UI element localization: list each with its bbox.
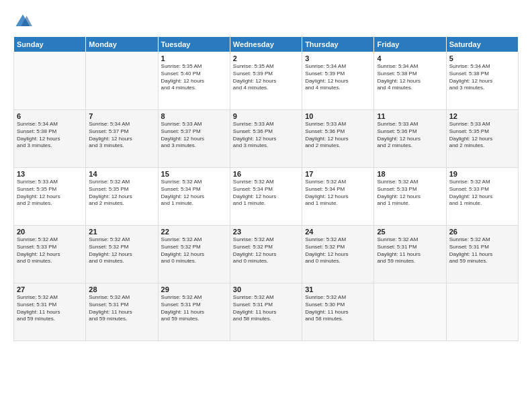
calendar-cell xyxy=(374,283,446,341)
day-number: 12 xyxy=(449,112,515,120)
cell-info: Sunrise: 5:33 AM Sunset: 5:36 PM Dayligh… xyxy=(233,121,299,150)
calendar-cell: 21Sunrise: 5:32 AM Sunset: 5:32 PM Dayli… xyxy=(86,226,158,283)
cell-info: Sunrise: 5:32 AM Sunset: 5:31 PM Dayligh… xyxy=(17,294,83,323)
day-number: 7 xyxy=(89,112,154,120)
day-number: 20 xyxy=(17,228,83,236)
calendar-cell: 28Sunrise: 5:32 AM Sunset: 5:31 PM Dayli… xyxy=(86,283,158,341)
day-number: 25 xyxy=(377,228,443,236)
cell-info: Sunrise: 5:34 AM Sunset: 5:38 PM Dayligh… xyxy=(377,63,443,92)
calendar-cell xyxy=(86,52,158,110)
weekday-header-monday: Monday xyxy=(86,37,158,52)
cell-info: Sunrise: 5:34 AM Sunset: 5:39 PM Dayligh… xyxy=(305,63,371,92)
weekday-header-row: SundayMondayTuesdayWednesdayThursdayFrid… xyxy=(14,37,519,52)
cell-info: Sunrise: 5:32 AM Sunset: 5:31 PM Dayligh… xyxy=(233,294,299,323)
cell-info: Sunrise: 5:32 AM Sunset: 5:34 PM Dayligh… xyxy=(305,179,371,208)
calendar-cell: 10Sunrise: 5:33 AM Sunset: 5:36 PM Dayli… xyxy=(302,110,374,168)
calendar-cell: 16Sunrise: 5:32 AM Sunset: 5:34 PM Dayli… xyxy=(230,168,302,226)
logo xyxy=(13,12,35,31)
cell-info: Sunrise: 5:32 AM Sunset: 5:33 PM Dayligh… xyxy=(17,236,83,265)
cell-info: Sunrise: 5:32 AM Sunset: 5:31 PM Dayligh… xyxy=(161,294,227,323)
calendar-cell: 29Sunrise: 5:32 AM Sunset: 5:31 PM Dayli… xyxy=(158,283,230,341)
week-row-5: 27Sunrise: 5:32 AM Sunset: 5:31 PM Dayli… xyxy=(14,283,519,341)
cell-info: Sunrise: 5:32 AM Sunset: 5:32 PM Dayligh… xyxy=(305,236,371,265)
calendar-cell: 3Sunrise: 5:34 AM Sunset: 5:39 PM Daylig… xyxy=(302,52,374,110)
calendar-cell: 26Sunrise: 5:32 AM Sunset: 5:31 PM Dayli… xyxy=(446,226,518,283)
day-number: 19 xyxy=(449,170,515,178)
cell-info: Sunrise: 5:32 AM Sunset: 5:34 PM Dayligh… xyxy=(233,179,299,208)
day-number: 27 xyxy=(17,285,83,293)
page: SundayMondayTuesdayWednesdayThursdayFrid… xyxy=(0,0,532,411)
day-number: 5 xyxy=(449,54,515,62)
day-number: 2 xyxy=(233,54,299,62)
calendar-cell: 23Sunrise: 5:32 AM Sunset: 5:32 PM Dayli… xyxy=(230,226,302,283)
calendar-cell: 15Sunrise: 5:32 AM Sunset: 5:34 PM Dayli… xyxy=(158,168,230,226)
calendar-cell: 2Sunrise: 5:35 AM Sunset: 5:39 PM Daylig… xyxy=(230,52,302,110)
day-number: 24 xyxy=(305,228,371,236)
day-number: 26 xyxy=(449,228,515,236)
calendar-cell: 13Sunrise: 5:33 AM Sunset: 5:35 PM Dayli… xyxy=(14,168,86,226)
day-number: 18 xyxy=(377,170,443,178)
calendar-cell: 22Sunrise: 5:32 AM Sunset: 5:32 PM Dayli… xyxy=(158,226,230,283)
calendar-cell xyxy=(14,52,86,110)
cell-info: Sunrise: 5:32 AM Sunset: 5:32 PM Dayligh… xyxy=(161,236,227,265)
calendar-cell: 6Sunrise: 5:34 AM Sunset: 5:38 PM Daylig… xyxy=(14,110,86,168)
calendar-cell: 25Sunrise: 5:32 AM Sunset: 5:31 PM Dayli… xyxy=(374,226,446,283)
day-number: 16 xyxy=(233,170,299,178)
day-number: 17 xyxy=(305,170,371,178)
day-number: 9 xyxy=(233,112,299,120)
day-number: 23 xyxy=(233,228,299,236)
weekday-header-thursday: Thursday xyxy=(302,37,374,52)
week-row-4: 20Sunrise: 5:32 AM Sunset: 5:33 PM Dayli… xyxy=(14,226,519,283)
cell-info: Sunrise: 5:32 AM Sunset: 5:31 PM Dayligh… xyxy=(377,236,443,265)
calendar-cell: 12Sunrise: 5:33 AM Sunset: 5:35 PM Dayli… xyxy=(446,110,518,168)
day-number: 8 xyxy=(161,112,227,120)
cell-info: Sunrise: 5:34 AM Sunset: 5:37 PM Dayligh… xyxy=(89,121,154,150)
weekday-header-saturday: Saturday xyxy=(446,37,518,52)
cell-info: Sunrise: 5:35 AM Sunset: 5:40 PM Dayligh… xyxy=(161,63,227,92)
cell-info: Sunrise: 5:33 AM Sunset: 5:37 PM Dayligh… xyxy=(161,121,227,150)
day-number: 1 xyxy=(161,54,227,62)
calendar-cell: 30Sunrise: 5:32 AM Sunset: 5:31 PM Dayli… xyxy=(230,283,302,341)
day-number: 21 xyxy=(89,228,154,236)
calendar-cell: 5Sunrise: 5:34 AM Sunset: 5:38 PM Daylig… xyxy=(446,52,518,110)
day-number: 13 xyxy=(17,170,83,178)
day-number: 15 xyxy=(161,170,227,178)
day-number: 14 xyxy=(89,170,154,178)
day-number: 4 xyxy=(377,54,443,62)
cell-info: Sunrise: 5:32 AM Sunset: 5:33 PM Dayligh… xyxy=(449,179,515,208)
cell-info: Sunrise: 5:32 AM Sunset: 5:30 PM Dayligh… xyxy=(305,294,371,323)
cell-info: Sunrise: 5:32 AM Sunset: 5:31 PM Dayligh… xyxy=(89,294,154,323)
calendar-cell: 14Sunrise: 5:32 AM Sunset: 5:35 PM Dayli… xyxy=(86,168,158,226)
logo-icon xyxy=(13,12,32,31)
cell-info: Sunrise: 5:35 AM Sunset: 5:39 PM Dayligh… xyxy=(233,63,299,92)
calendar-cell: 18Sunrise: 5:32 AM Sunset: 5:33 PM Dayli… xyxy=(374,168,446,226)
day-number: 28 xyxy=(89,285,154,293)
calendar-cell: 20Sunrise: 5:32 AM Sunset: 5:33 PM Dayli… xyxy=(14,226,86,283)
day-number: 22 xyxy=(161,228,227,236)
cell-info: Sunrise: 5:32 AM Sunset: 5:34 PM Dayligh… xyxy=(161,179,227,208)
calendar-cell: 8Sunrise: 5:33 AM Sunset: 5:37 PM Daylig… xyxy=(158,110,230,168)
day-number: 30 xyxy=(233,285,299,293)
calendar-table: SundayMondayTuesdayWednesdayThursdayFrid… xyxy=(13,36,519,341)
calendar-cell xyxy=(446,283,518,341)
weekday-header-tuesday: Tuesday xyxy=(158,37,230,52)
calendar-cell: 7Sunrise: 5:34 AM Sunset: 5:37 PM Daylig… xyxy=(86,110,158,168)
day-number: 29 xyxy=(161,285,227,293)
week-row-1: 1Sunrise: 5:35 AM Sunset: 5:40 PM Daylig… xyxy=(14,52,519,110)
cell-info: Sunrise: 5:32 AM Sunset: 5:33 PM Dayligh… xyxy=(377,179,443,208)
day-number: 11 xyxy=(377,112,443,120)
weekday-header-wednesday: Wednesday xyxy=(230,37,302,52)
cell-info: Sunrise: 5:33 AM Sunset: 5:36 PM Dayligh… xyxy=(377,121,443,150)
cell-info: Sunrise: 5:33 AM Sunset: 5:36 PM Dayligh… xyxy=(305,121,371,150)
day-number: 10 xyxy=(305,112,371,120)
day-number: 31 xyxy=(305,285,371,293)
calendar-cell: 17Sunrise: 5:32 AM Sunset: 5:34 PM Dayli… xyxy=(302,168,374,226)
cell-info: Sunrise: 5:34 AM Sunset: 5:38 PM Dayligh… xyxy=(449,63,515,92)
calendar-cell: 4Sunrise: 5:34 AM Sunset: 5:38 PM Daylig… xyxy=(374,52,446,110)
calendar-cell: 27Sunrise: 5:32 AM Sunset: 5:31 PM Dayli… xyxy=(14,283,86,341)
calendar-cell: 24Sunrise: 5:32 AM Sunset: 5:32 PM Dayli… xyxy=(302,226,374,283)
cell-info: Sunrise: 5:32 AM Sunset: 5:32 PM Dayligh… xyxy=(89,236,154,265)
day-number: 3 xyxy=(305,54,371,62)
cell-info: Sunrise: 5:33 AM Sunset: 5:35 PM Dayligh… xyxy=(17,179,83,208)
cell-info: Sunrise: 5:34 AM Sunset: 5:38 PM Dayligh… xyxy=(17,121,83,150)
